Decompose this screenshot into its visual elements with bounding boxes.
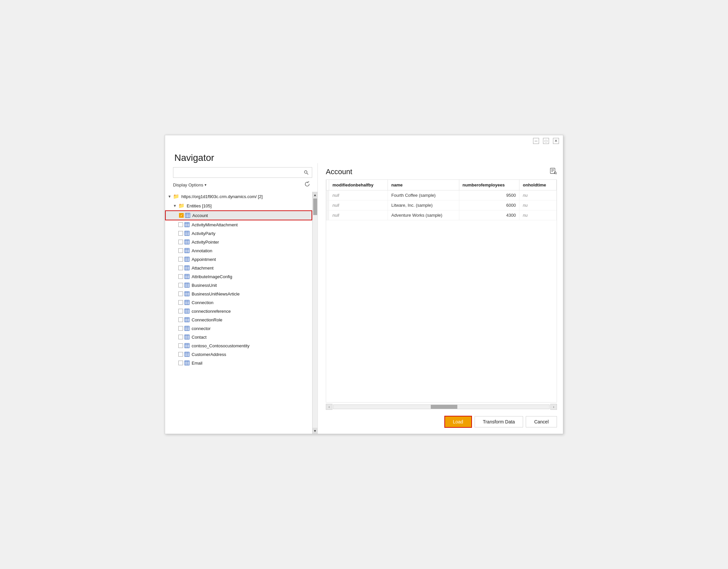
- scroll-thumb-area: [313, 198, 318, 428]
- cell-numberofemployees-1: 6000: [459, 200, 519, 210]
- transform-data-button[interactable]: Transform Data: [475, 416, 523, 427]
- cancel-button[interactable]: Cancel: [526, 416, 557, 427]
- tree-item-3[interactable]: ActivityPointer: [165, 237, 312, 246]
- close-button[interactable]: ✕: [553, 138, 559, 144]
- item-label-14: Contact: [192, 335, 207, 340]
- tree-item-2[interactable]: ActivityParty: [165, 229, 312, 237]
- table-icon-7: [184, 274, 190, 279]
- checkbox-account[interactable]: ✓: [179, 213, 184, 218]
- svg-rect-78: [185, 300, 189, 302]
- checkbox-9[interactable]: [178, 292, 183, 296]
- tree-item-14[interactable]: Contact: [165, 333, 312, 341]
- item-label-0: Account: [192, 213, 208, 218]
- tree-item-15[interactable]: contoso_Contosocustomentity: [165, 341, 312, 350]
- checkbox-5[interactable]: [178, 257, 183, 261]
- hscroll-right-arrow[interactable]: ›: [550, 404, 557, 410]
- checkbox-15[interactable]: [178, 343, 183, 348]
- svg-rect-99: [185, 326, 189, 328]
- scroll-down-arrow[interactable]: ▼: [313, 428, 318, 434]
- checkbox-10[interactable]: [178, 300, 183, 305]
- item-label-15: contoso_Contosocustomentity: [192, 343, 249, 348]
- table-icon-17: [184, 360, 190, 366]
- checkbox-8[interactable]: [178, 283, 183, 288]
- checkbox-1[interactable]: [178, 222, 183, 227]
- item-label-7: AttributeImageConfig: [192, 274, 232, 279]
- table-col-indicator: [326, 180, 329, 190]
- hscroll-thumb[interactable]: [431, 405, 457, 409]
- load-button[interactable]: Load: [444, 416, 472, 428]
- title-bar: ─ □ ✕: [165, 135, 563, 146]
- table-col-modifiedonbehalfby[interactable]: modifiedonbehalfby: [329, 180, 388, 190]
- search-button[interactable]: [301, 167, 312, 177]
- tree-arrow-root: ▼: [168, 194, 172, 198]
- item-label-10: Connection: [192, 300, 214, 305]
- tree-item-account[interactable]: ✓ Account: [165, 210, 312, 220]
- cell-modifiedonbehalfby-0: null: [329, 190, 388, 200]
- checkbox-16[interactable]: [178, 352, 183, 357]
- left-panel: Display Options ▾ ▼ 📁: [165, 163, 318, 434]
- item-label-5: Appointment: [192, 257, 216, 262]
- checkbox-7[interactable]: [178, 274, 183, 279]
- tree-root-node[interactable]: ▼ 📁 https://org1d1f903c.crm.dynamics.com…: [165, 192, 312, 201]
- tree-item-17[interactable]: Email: [165, 359, 312, 367]
- item-label-17: Email: [192, 361, 203, 366]
- tree-item-10[interactable]: Connection: [165, 298, 312, 307]
- tree-item-16[interactable]: CustomerAddress: [165, 350, 312, 359]
- row-indicator: [326, 190, 329, 200]
- checkbox-11[interactable]: [178, 309, 183, 314]
- checkbox-2[interactable]: [178, 231, 183, 236]
- tree-item-7[interactable]: AttributeImageConfig: [165, 272, 312, 281]
- table-col-onholdtime[interactable]: onholdtime: [519, 180, 557, 190]
- item-label-4: Annotation: [192, 248, 212, 253]
- display-options-button[interactable]: Display Options ▾: [173, 182, 207, 187]
- checkbox-12[interactable]: [178, 318, 183, 322]
- item-label-12: ConnectionRole: [192, 318, 223, 323]
- item-label-8: BusinessUnit: [192, 283, 217, 288]
- table-row[interactable]: null Litware, Inc. (sample) 6000 nu: [326, 200, 557, 210]
- table-icon-9: [184, 291, 190, 297]
- table-col-name[interactable]: name: [388, 180, 459, 190]
- tree-entities-node[interactable]: ▼ 📁 Entities [105]: [165, 201, 312, 210]
- item-label-13: connector: [192, 326, 211, 331]
- svg-point-0: [305, 171, 307, 173]
- tree-item-5[interactable]: Appointment: [165, 255, 312, 263]
- table-icon-4: [184, 248, 190, 253]
- right-panel: Account: [318, 163, 563, 434]
- table-row[interactable]: null Adventure Works (sample) 4300 nu: [326, 210, 557, 220]
- tree-item-4[interactable]: Annotation: [165, 246, 312, 255]
- checkbox-6[interactable]: [178, 265, 183, 270]
- checkbox-4[interactable]: [178, 248, 183, 253]
- preview-settings-icon[interactable]: [550, 167, 557, 176]
- scroll-up-arrow[interactable]: ▲: [313, 192, 318, 198]
- display-options-row: Display Options ▾: [173, 180, 312, 189]
- svg-rect-22: [185, 231, 189, 232]
- svg-rect-71: [185, 292, 189, 293]
- scroll-thumb[interactable]: [313, 198, 317, 215]
- table-icon-account: [185, 213, 190, 218]
- checkbox-17[interactable]: [178, 361, 183, 365]
- svg-rect-120: [185, 352, 189, 353]
- preview-title: Account: [326, 167, 352, 176]
- tree-item-11[interactable]: connectionreference: [165, 307, 312, 316]
- svg-rect-106: [185, 335, 189, 336]
- refresh-button[interactable]: [302, 180, 312, 189]
- search-input[interactable]: [173, 167, 301, 177]
- row-indicator: [326, 200, 329, 210]
- checkbox-13[interactable]: [178, 326, 183, 331]
- tree-item-13[interactable]: connector: [165, 324, 312, 333]
- cell-name-2: Adventure Works (sample): [388, 210, 459, 220]
- minimize-button[interactable]: ─: [533, 138, 539, 144]
- maximize-button[interactable]: □: [543, 138, 549, 144]
- checkbox-3[interactable]: [178, 239, 183, 244]
- hscroll-left-arrow[interactable]: ‹: [326, 404, 332, 410]
- tree-item-8[interactable]: BusinessUnit: [165, 281, 312, 290]
- checkbox-14[interactable]: [178, 335, 183, 339]
- tree-item-1[interactable]: ActivityMimeAttachment: [165, 220, 312, 229]
- tree-item-12[interactable]: ConnectionRole: [165, 316, 312, 324]
- table-col-numberofemployees[interactable]: numberofemployees: [459, 180, 519, 190]
- tree-item-9[interactable]: BusinessUnitNewsArticle: [165, 290, 312, 298]
- table-row[interactable]: null Fourth Coffee (sample) 9500 nu: [326, 190, 557, 200]
- item-label-2: ActivityParty: [192, 231, 216, 236]
- entities-folder-icon: 📁: [178, 203, 185, 209]
- tree-item-6[interactable]: Attachment: [165, 263, 312, 272]
